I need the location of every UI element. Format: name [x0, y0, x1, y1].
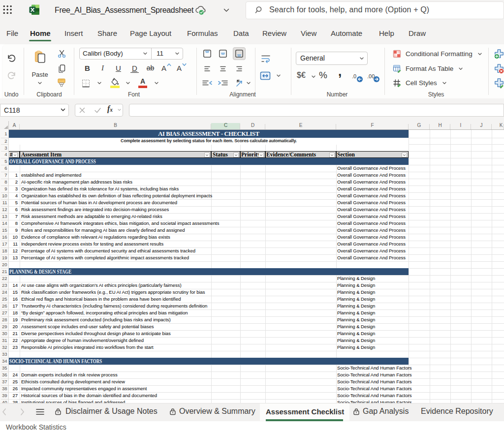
svg-text:.0: .0 [352, 73, 356, 79]
svg-text:.00: .00 [367, 73, 375, 79]
